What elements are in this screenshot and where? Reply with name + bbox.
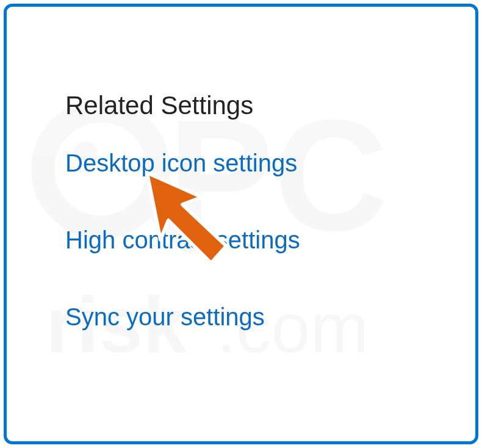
section-heading: Related Settings [65, 91, 475, 120]
sync-your-settings-link[interactable]: Sync your settings [65, 302, 475, 331]
high-contrast-settings-link[interactable]: High contrast settings [65, 225, 475, 255]
settings-panel-frame: PC risk .com Related Settings Desktop ic… [4, 4, 478, 444]
related-settings-section: Related Settings Desktop icon settings H… [7, 7, 475, 331]
desktop-icon-settings-link[interactable]: Desktop icon settings [65, 148, 475, 178]
